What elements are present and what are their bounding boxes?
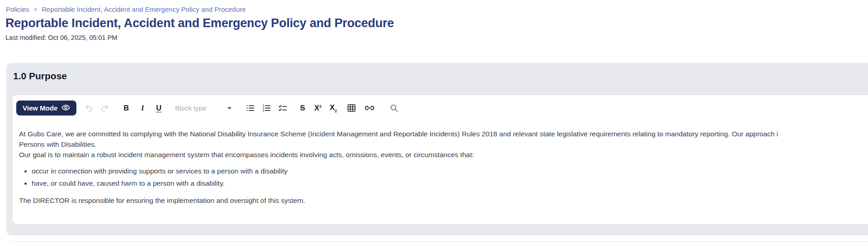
block-type-placeholder: Block type (175, 104, 206, 112)
redo-icon (100, 104, 109, 113)
numbered-list-button[interactable]: 1 2 3 (261, 102, 272, 115)
eye-icon (61, 103, 70, 113)
subscript-button[interactable]: X2 (328, 102, 339, 115)
view-mode-label: View Mode (23, 104, 57, 112)
section-heading: 1.0 Purpose (13, 71, 67, 82)
strikethrough-icon: S (300, 104, 305, 112)
italic-button[interactable]: I (137, 102, 148, 115)
breadcrumb-policies-link[interactable]: Policies (6, 5, 29, 13)
rich-text-editor: View Mode (13, 95, 868, 224)
check-list-icon (278, 103, 288, 113)
block-type-dropdown[interactable]: Block type (175, 104, 232, 112)
breadcrumb-separator: > (34, 6, 38, 13)
table-button[interactable] (346, 102, 357, 115)
editor-body[interactable]: At Gubs Care, we are committed to comply… (13, 117, 868, 206)
link-icon (364, 103, 375, 113)
redo-button[interactable] (99, 102, 110, 115)
strikethrough-button[interactable]: S (297, 102, 308, 115)
page-title: Reportable Incident, Accident and Emerge… (5, 16, 394, 30)
undo-icon (85, 104, 94, 113)
paragraph-line: Persons with Disabilities. (19, 139, 868, 149)
italic-icon: I (141, 104, 144, 113)
bullet-item: occur in connection with providing suppo… (32, 166, 868, 176)
bullet-list-button[interactable] (245, 102, 255, 115)
superscript-button[interactable]: X2 (312, 102, 323, 115)
check-list-button[interactable] (277, 102, 288, 115)
link-button[interactable] (364, 102, 375, 115)
table-icon (347, 103, 356, 113)
breadcrumb: Policies > Reportable Incident, Accident… (6, 5, 245, 13)
bold-button[interactable]: B (121, 102, 132, 115)
bullet-list: occur in connection with providing suppo… (19, 166, 868, 188)
paragraph-line: Our goal is to maintain a robust inciden… (19, 149, 868, 160)
editor-toolbar: View Mode (13, 95, 868, 117)
paragraph-line: At Gubs Care, we are committed to comply… (19, 129, 868, 139)
underline-icon: U (156, 104, 161, 112)
underline-button[interactable]: U (153, 102, 164, 115)
superscript-icon: X2 (314, 104, 321, 112)
svg-text:3: 3 (263, 109, 264, 112)
last-modified-text: Last modified: Oct 06, 2025, 05:01 PM (5, 34, 117, 41)
bullet-list-icon (245, 103, 255, 113)
numbered-list-icon: 1 2 3 (262, 103, 271, 113)
next-section-card (7, 241, 868, 245)
view-mode-button[interactable]: View Mode (16, 101, 76, 115)
breadcrumb-current-page[interactable]: Reportable Incident, Accident and Emerge… (42, 5, 245, 13)
caret-down-icon (227, 105, 232, 111)
undo-button[interactable] (84, 102, 94, 115)
subscript-icon: X2 (330, 103, 337, 113)
bold-icon: B (123, 104, 129, 112)
paragraph-line: The DIRECTOR is responsible for ensuring… (19, 195, 868, 206)
search-icon (389, 103, 399, 113)
purpose-section-card: 1.0 Purpose View Mode (6, 63, 868, 235)
bullet-item: have, or could have, caused harm to a pe… (32, 178, 868, 188)
search-button[interactable] (388, 102, 399, 115)
